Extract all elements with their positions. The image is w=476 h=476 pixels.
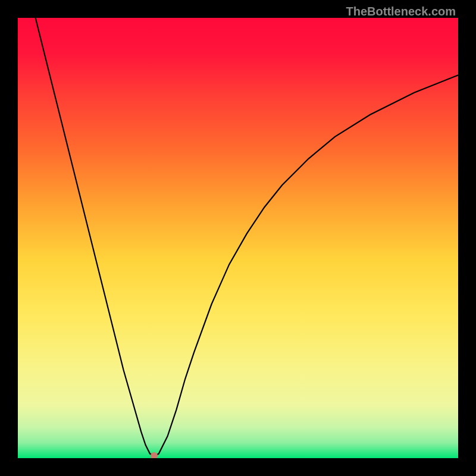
plot-area — [18, 18, 458, 458]
bottleneck-curve — [18, 18, 458, 458]
chart-container: TheBottleneck.com — [0, 0, 476, 476]
watermark-text: TheBottleneck.com — [346, 5, 456, 18]
tip-dot — [151, 452, 158, 458]
